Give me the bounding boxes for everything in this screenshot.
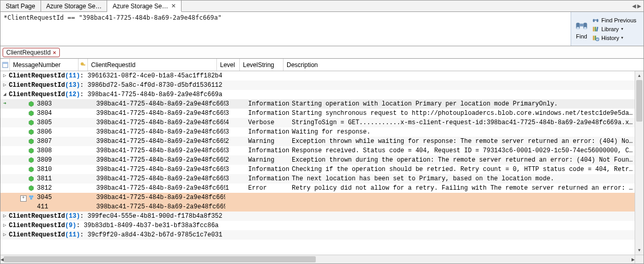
status-green-icon [27, 120, 36, 126]
cell-description: Waiting for response. [292, 127, 635, 137]
filter-text[interactable]: *ClientRequestId == "398bac41-7725-484b-… [4, 14, 222, 21]
grouping-chip[interactable]: ClientRequestId × [3, 48, 60, 57]
grid-body: ▷ClientRequestId (11): 39616321-08f2-4ce… [1, 71, 643, 263]
cell-level-string: Warning [248, 155, 292, 165]
group-row[interactable]: ▷ClientRequestId (13): 399fec04-555e-4b8… [1, 212, 635, 221]
cell-client-request-id: 398bac41-7725-484b-8a69-2a9e48fc669a [96, 146, 225, 155]
table-row[interactable]: 3808398bac41-7725-484b-8a69-2a9e48fc669a… [1, 146, 635, 155]
expand-icon[interactable]: ▷ [1, 212, 9, 221]
close-icon[interactable]: ✕ [171, 3, 176, 9]
table-row[interactable]: 3807398bac41-7725-484b-8a69-2a9e48fc669a… [1, 137, 635, 146]
col-description[interactable]: Description [284, 59, 643, 71]
cell-message-number: 3808 [36, 146, 96, 155]
group-guid: : 398bac41-7725-484b-8a69-2a9e48fc669a [80, 90, 223, 99]
col-level-string[interactable]: LevelString [240, 59, 284, 71]
app-window: Start PageAzure Storage Se…Azure Storage… [0, 0, 644, 264]
cell-client-request-id: 398bac41-7725-484b-8a69-2a9e48fc669a [96, 174, 225, 183]
expand-plus-icon[interactable]: + [20, 195, 27, 202]
expand-icon[interactable]: ▷ [1, 71, 9, 81]
table-row[interactable]: 3811398bac41-7725-484b-8a69-2a9e48fc669a… [1, 174, 635, 183]
table-row[interactable]: 3812398bac41-7725-484b-8a69-2a9e48fc669a… [1, 183, 635, 193]
svg-marker-20 [29, 120, 34, 125]
group-row[interactable]: ◢ClientRequestId (12): 398bac41-7725-484… [1, 90, 635, 99]
column-icon[interactable] [1, 59, 10, 71]
table-row[interactable]: ➜3803398bac41-7725-484b-8a69-2a9e48fc669… [1, 99, 635, 109]
status-green-icon [27, 176, 36, 182]
tab-label: Start Page [6, 3, 35, 10]
scroll-track[interactable] [635, 80, 643, 246]
grouping-chip-bar: ClientRequestId × [1, 46, 643, 59]
svg-rect-17 [83, 64, 85, 65]
scroll-thumb[interactable] [4, 256, 316, 262]
cell-client-request-id: 398bac41-7725-484b-8a69-2a9e48fc669a [96, 137, 225, 146]
find-button[interactable]: Find [574, 18, 589, 39]
group-row[interactable]: ▷ClientRequestId (13): 3986bd72-5a8c-4f0… [1, 81, 635, 90]
status-green-icon [27, 110, 36, 116]
cell-level-string: Information [248, 99, 292, 109]
group-count: (13) [65, 81, 80, 90]
svg-point-3 [576, 27, 579, 30]
scroll-thumb[interactable] [636, 80, 642, 122]
table-row[interactable]: 3810398bac41-7725-484b-8a69-2a9e48fc669a… [1, 165, 635, 174]
svg-rect-7 [595, 19, 597, 21]
cell-level-string: Warning [248, 137, 292, 146]
collapse-icon[interactable]: ◢ [1, 90, 9, 99]
scroll-down-button[interactable]: ▼ [635, 246, 643, 255]
col-message-number[interactable]: MessageNumber [10, 59, 79, 71]
scroll-up-button[interactable]: ▲ [635, 71, 643, 80]
cell-level: 3 [225, 109, 248, 118]
status-green-icon [27, 148, 36, 154]
cell-description: StringToSign = GET...........x-ms-client… [292, 118, 635, 127]
svg-marker-24 [29, 157, 34, 163]
cell-message-number: 3803 [36, 99, 96, 109]
library-dropdown[interactable]: Library ▾ [592, 25, 636, 33]
tab-prev[interactable]: ◀ [632, 3, 636, 9]
group-row[interactable]: ▷ClientRequestId (11): 39cf9f20-a8d4-43b… [1, 230, 635, 240]
svg-rect-9 [595, 27, 596, 31]
expand-icon[interactable]: ▷ [1, 221, 9, 230]
filter-input-wrap[interactable]: *ClientRequestId == "398bac41-7725-484b-… [1, 12, 571, 46]
table-row[interactable]: 3806398bac41-7725-484b-8a69-2a9e48fc669a… [1, 127, 635, 137]
cell-message-number: 3812 [36, 183, 96, 193]
group-row[interactable]: ▷ClientRequestId (11): 39616321-08f2-4ce… [1, 71, 635, 81]
table-row[interactable]: 3804398bac41-7725-484b-8a69-2a9e48fc669a… [1, 109, 635, 118]
svg-rect-15 [3, 62, 8, 64]
status-green-icon [27, 138, 36, 144]
table-row[interactable]: 3805398bac41-7725-484b-8a69-2a9e48fc669a… [1, 118, 635, 127]
tab[interactable]: Azure Storage Se… [41, 1, 108, 11]
cell-client-request-id: 398bac41-7725-484b-8a69-2a9e48fc669a [96, 202, 225, 212]
scroll-track[interactable] [4, 255, 632, 263]
cell-level-string: Error [248, 183, 292, 193]
column-chooser-icon [2, 62, 8, 68]
history-dropdown[interactable]: History ▾ [592, 34, 636, 42]
group-row[interactable]: ▷ClientRequestId (9): 39b83db1-8409-4b37… [1, 221, 635, 230]
column-type-icon[interactable] [79, 59, 88, 71]
col-client-request-id[interactable]: ClientRequestId [88, 59, 217, 71]
cell-message-number: 411 [36, 202, 96, 212]
binoculars-icon [574, 18, 589, 33]
table-row[interactable]: 411398bac41-7725-484b-8a69-2a9e48fc669a [1, 202, 635, 212]
find-previous-button[interactable]: Find Previous [592, 17, 636, 24]
svg-rect-5 [593, 19, 595, 22]
cell-client-request-id: 398bac41-7725-484b-8a69-2a9e48fc669a [96, 165, 225, 174]
table-row[interactable]: +3045398bac41-7725-484b-8a69-2a9e48fc669… [1, 193, 635, 202]
group-guid: : 3986bd72-5a8c-4f0d-8730-d5bfd1536112 [80, 81, 223, 90]
tab[interactable]: Azure Storage Se…✕ [107, 1, 182, 12]
table-row[interactable]: 3809398bac41-7725-484b-8a69-2a9e48fc669a… [1, 155, 635, 165]
horizontal-scrollbar[interactable]: ◀ ▶ [1, 255, 635, 263]
tab[interactable]: Start Page [1, 1, 41, 11]
expand-icon[interactable]: ▷ [1, 230, 9, 240]
status-green-icon [27, 157, 36, 163]
find-panel: Find Find Previous [571, 12, 643, 46]
chip-remove-icon[interactable]: × [53, 49, 56, 56]
tab-next[interactable]: ▶ [637, 3, 641, 9]
svg-marker-19 [29, 111, 34, 116]
cell-level: 2 [225, 155, 248, 165]
find-links: Find Previous Library ▾ [592, 17, 636, 42]
group-count: (13) [65, 212, 80, 221]
cell-client-request-id: 398bac41-7725-484b-8a69-2a9e48fc669a [96, 109, 225, 118]
vertical-scrollbar[interactable]: ▲ ▼ [635, 71, 643, 255]
expand-icon[interactable]: ▷ [1, 81, 9, 90]
col-level[interactable]: Level [217, 59, 240, 71]
svg-rect-10 [596, 27, 598, 31]
